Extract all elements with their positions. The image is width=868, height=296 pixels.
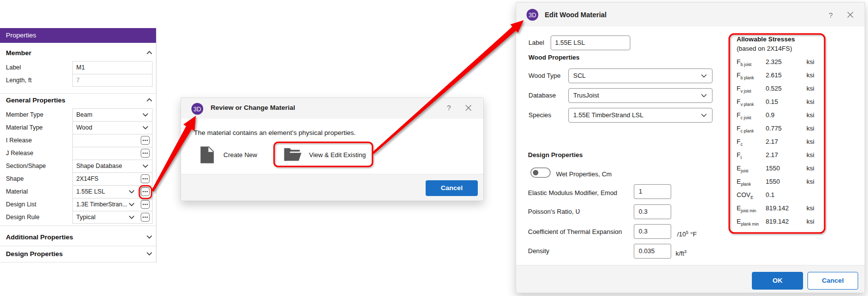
svg-text:3D: 3D: [193, 106, 201, 113]
svg-text:3D: 3D: [528, 12, 536, 19]
